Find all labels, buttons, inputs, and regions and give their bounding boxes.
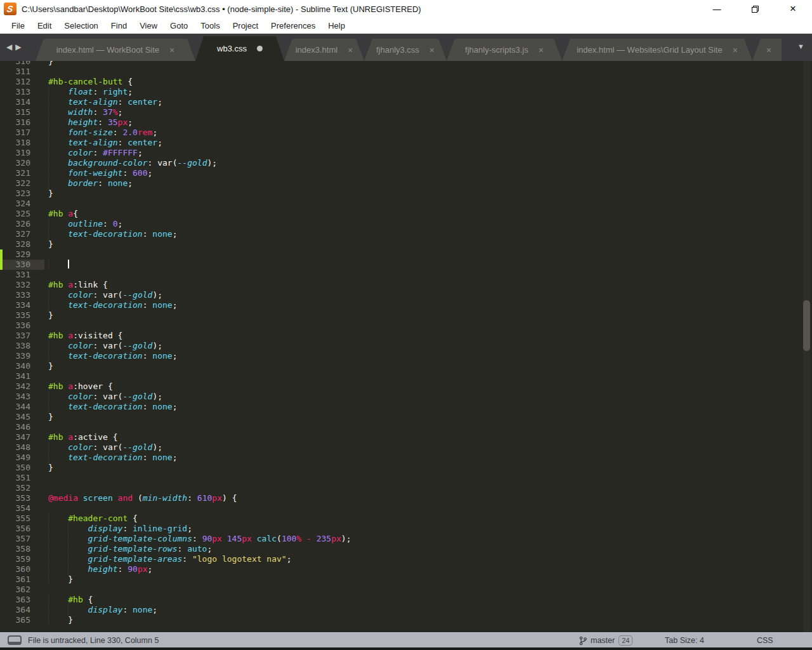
- code-line-327[interactable]: 327text-decoration: none;: [0, 229, 812, 239]
- back-arrow-icon[interactable]: ◀: [6, 43, 12, 51]
- code-line-355[interactable]: 355#header-cont {: [0, 514, 812, 524]
- code-line-347[interactable]: 347#hb a:active {: [0, 432, 812, 442]
- code-line-338[interactable]: 338color: var(--gold);: [0, 341, 812, 351]
- code-line-352[interactable]: 352: [0, 483, 812, 493]
- minimize-button[interactable]: —: [698, 0, 736, 18]
- code-line-325[interactable]: 325#hb a{: [0, 209, 812, 219]
- code-token: rem: [138, 128, 152, 137]
- close-tab-icon[interactable]: ×: [733, 46, 738, 55]
- git-branch-status[interactable]: master 24: [579, 633, 632, 648]
- editor[interactable]: 310}311312#hb-cancel-butt {313float: rig…: [0, 61, 812, 632]
- menu-item-view[interactable]: View: [133, 18, 164, 34]
- close-tab-icon[interactable]: ×: [169, 46, 174, 55]
- code-line-344[interactable]: 344text-decoration: none;: [0, 402, 812, 412]
- code-line-337[interactable]: 337#hb a:visited {: [0, 331, 812, 341]
- menu-item-edit[interactable]: Edit: [31, 18, 58, 34]
- code-line-336[interactable]: 336: [0, 321, 812, 331]
- menu-item-preferences[interactable]: Preferences: [265, 18, 322, 34]
- code-line-310[interactable]: 310}: [0, 61, 812, 67]
- code-line-331[interactable]: 331: [0, 270, 812, 280]
- code-line-364[interactable]: 364display: none;: [0, 605, 812, 615]
- code-line-322[interactable]: 322border: none;: [0, 178, 812, 189]
- menu-item-file[interactable]: File: [5, 18, 31, 34]
- code-line-320[interactable]: 320background-color: var(--gold);: [0, 158, 812, 168]
- code-line-345[interactable]: 345}: [0, 412, 812, 422]
- menu-item-goto[interactable]: Goto: [164, 18, 194, 34]
- code-line-313[interactable]: 313float: right;: [0, 87, 812, 97]
- code-line-363[interactable]: 363#hb {: [0, 595, 812, 605]
- code-line-311[interactable]: 311: [0, 67, 812, 77]
- code-line-340[interactable]: 340}: [0, 361, 812, 371]
- code-token: :: [143, 300, 153, 310]
- code-line-346[interactable]: 346: [0, 422, 812, 432]
- tab-wb3.css[interactable]: wb3.css: [195, 36, 284, 61]
- code-line-354[interactable]: 354: [0, 503, 812, 514]
- code-line-315[interactable]: 315width: 37%;: [0, 107, 812, 117]
- code-line-349[interactable]: 349text-decoration: none;: [0, 453, 812, 463]
- code-line-335[interactable]: 335}: [0, 310, 812, 321]
- tab-index3.html[interactable]: index3.html×: [284, 39, 364, 61]
- close-tab-icon[interactable]: ×: [766, 46, 771, 55]
- code-line-318[interactable]: 318text-align: center;: [0, 138, 812, 148]
- tab-index.html-workboot-site[interactable]: index.html — WorkBoot Site×: [36, 39, 195, 61]
- code-line-324[interactable]: 324: [0, 199, 812, 209]
- code-line-353[interactable]: 353@media screen and (min-width: 610px) …: [0, 493, 812, 503]
- menu-item-tools[interactable]: Tools: [194, 18, 226, 34]
- code-token: :: [98, 178, 108, 188]
- code-token: #FFFFFF: [103, 148, 138, 157]
- forward-arrow-icon[interactable]: ▶: [15, 43, 21, 51]
- close-tab-icon[interactable]: ×: [429, 46, 435, 55]
- code-line-317[interactable]: 317font-size: 2.0rem;: [0, 128, 812, 138]
- tab-size-indicator[interactable]: Tab Size: 4: [665, 633, 704, 648]
- code-line-342[interactable]: 342#hb a:hover {: [0, 381, 812, 392]
- code-token: (: [277, 534, 282, 543]
- menu-item-help[interactable]: Help: [322, 18, 351, 34]
- code-line-339[interactable]: 339text-decoration: none;: [0, 351, 812, 361]
- code-line-314[interactable]: 314text-align: center;: [0, 97, 812, 107]
- code-line-356[interactable]: 356display: inline-grid;: [0, 524, 812, 534]
- code-line-351[interactable]: 351: [0, 473, 812, 483]
- code-line-359[interactable]: 359grid-template-areas: "logo logotext n…: [0, 554, 812, 564]
- code-token: auto: [187, 544, 207, 554]
- code-line-365[interactable]: 365}: [0, 615, 812, 625]
- code-line-323[interactable]: 323}: [0, 189, 812, 199]
- code-line-326[interactable]: 326outline: 0;: [0, 219, 812, 229]
- code-line-361[interactable]: 361}: [0, 574, 812, 585]
- code-line-321[interactable]: 321font-weight: 600;: [0, 168, 812, 178]
- code-line-329[interactable]: 329: [0, 249, 812, 260]
- maximize-button[interactable]: [736, 0, 774, 18]
- code-line-341[interactable]: 341: [0, 371, 812, 381]
- code-line-333[interactable]: 333color: var(--gold);: [0, 290, 812, 300]
- menu-item-selection[interactable]: Selection: [58, 18, 104, 34]
- code-line-358[interactable]: 358grid-template-rows: auto;: [0, 544, 812, 554]
- code-line-360[interactable]: 360height: 90px;: [0, 564, 812, 574]
- code-line-343[interactable]: 343color: var(--gold);: [0, 392, 812, 402]
- syntax-selector[interactable]: CSS: [757, 633, 773, 648]
- code-line-316[interactable]: 316height: 35px;: [0, 117, 812, 128]
- close-tab-icon[interactable]: ×: [539, 46, 544, 55]
- code-line-332[interactable]: 332#hb a:link {: [0, 280, 812, 290]
- code-line-348[interactable]: 348color: var(--gold);: [0, 442, 812, 453]
- code-line-357[interactable]: 357grid-template-columns: 90px 145px cal…: [0, 534, 812, 544]
- close-tab-icon[interactable]: ×: [348, 46, 353, 55]
- tab-overflow-dropdown-icon[interactable]: ▼: [797, 43, 804, 50]
- line-number: 360: [0, 564, 30, 574]
- tab-fjhanly-scripts3.js[interactable]: fjhanly-scripts3.js×: [447, 39, 562, 61]
- code-line-328[interactable]: 328}: [0, 239, 812, 249]
- code-line-319[interactable]: 319color: #FFFFFF;: [0, 148, 812, 158]
- code-token: min-width: [143, 493, 187, 503]
- tab-index.html-websites-grid-layout-site[interactable]: index.html — Websites\Grid Layout Site×: [562, 39, 752, 61]
- code-line-330[interactable]: 330: [0, 260, 812, 270]
- code-line-362[interactable]: 362: [0, 585, 812, 595]
- close-window-button[interactable]: ×: [774, 0, 812, 18]
- tab-stub[interactable]: ×: [752, 39, 782, 61]
- code-line-334[interactable]: 334text-decoration: none;: [0, 300, 812, 310]
- menu-item-find[interactable]: Find: [105, 18, 133, 34]
- tab-fjhanly3.css[interactable]: fjhanly3.css×: [364, 39, 447, 61]
- line-number: 355: [0, 514, 30, 524]
- scrollbar-thumb[interactable]: [803, 300, 810, 351]
- code-line-350[interactable]: 350}: [0, 463, 812, 473]
- code-line-312[interactable]: 312#hb-cancel-butt {: [0, 77, 812, 87]
- panel-toggle-icon[interactable]: [8, 635, 22, 645]
- menu-item-project[interactable]: Project: [226, 18, 265, 34]
